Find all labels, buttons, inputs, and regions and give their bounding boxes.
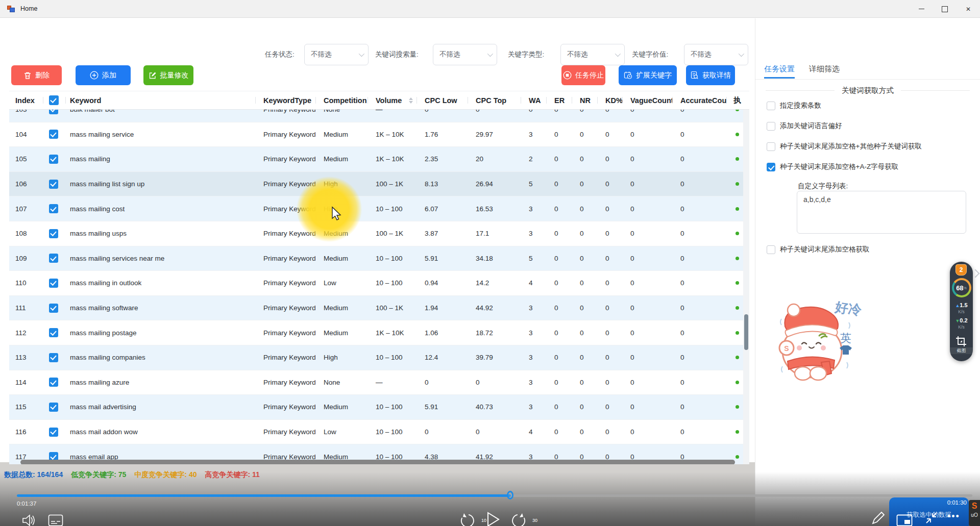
mini-player-icon[interactable] [896, 514, 913, 526]
skip-forward-30-button[interactable]: 30 [510, 513, 527, 526]
svg-text:好冷: 好冷 [833, 299, 863, 318]
row-checkbox[interactable] [49, 180, 58, 189]
header-wa[interactable]: WA [521, 91, 546, 109]
keyword-type-select[interactable]: 不筛选 [560, 44, 625, 65]
row-checkbox[interactable] [49, 378, 58, 387]
row-checkbox[interactable] [49, 304, 58, 313]
header-keyword-type[interactable]: KeywordType [255, 91, 315, 109]
option-space-suffix[interactable]: 种子关键词末尾添加空格获取 [767, 245, 870, 254]
checkbox-checked-icon[interactable] [767, 163, 775, 171]
play-button[interactable] [486, 511, 500, 526]
header-cpc-low[interactable]: CPC Low [416, 91, 468, 109]
table-row[interactable]: 112 mass mailing postage Primary Keyword… [9, 320, 749, 345]
table-row[interactable]: 115 mass mail advertising Primary Keywor… [9, 395, 749, 420]
sort-icon[interactable] [409, 97, 413, 104]
close-button[interactable]: ✕ [957, 0, 980, 18]
table-row[interactable]: 108 mass mailing usps Primary Keyword Me… [9, 221, 749, 246]
option-space-plus-other-seeds[interactable]: 种子关键词末尾添加空格+其他种子关键词获取 [767, 142, 922, 151]
status-items: 数据总数: 164/164 低竞争关键字: 75 中度竞争关键字: 40 高竞争… [4, 470, 260, 480]
svg-text:S: S [784, 344, 789, 353]
status-dot-icon [736, 157, 739, 161]
header-accurate-count[interactable]: AccurateCount [672, 91, 726, 109]
exit-fullscreen-icon[interactable] [925, 511, 938, 524]
status-dot-icon [736, 182, 739, 186]
annotate-pencil-icon[interactable] [871, 510, 886, 525]
row-checkbox[interactable] [49, 403, 58, 412]
header-select-all-checkbox[interactable] [43, 91, 65, 109]
checkbox-icon[interactable] [767, 122, 775, 131]
option-language-preference[interactable]: 添加关键词语言偏好 [767, 121, 842, 131]
keyword-value-select[interactable]: 不筛选 [684, 44, 748, 65]
table-row[interactable]: 110 mass mailing in outlook Primary Keyw… [9, 271, 749, 296]
get-details-button[interactable]: 获取详情 [686, 65, 735, 85]
usage-gauge[interactable]: 68% [952, 278, 971, 297]
seek-bar[interactable] [17, 494, 972, 497]
ime-mascot-sticker: S 好冷 英 [772, 291, 867, 383]
table-row[interactable]: 105 mass mailing Primary Keyword Medium … [9, 147, 749, 172]
table-row[interactable]: 107 mass mailing cost Primary Keyword Hi… [9, 196, 749, 221]
checkbox-icon[interactable] [767, 245, 775, 254]
skip-back-10-button[interactable]: 10 [459, 513, 476, 526]
volume-icon[interactable] [21, 513, 35, 526]
checkbox-icon[interactable] [767, 142, 775, 151]
row-checkbox[interactable] [49, 204, 58, 213]
header-partial-column[interactable]: 执 [726, 91, 742, 109]
option-space-plus-az-letters[interactable]: 种子关键词末尾添加空格+A-Z字母获取 [767, 162, 898, 171]
tab-task-settings[interactable]: 任务设置 [764, 64, 795, 74]
header-competition[interactable]: Competition [315, 91, 368, 109]
status-total: 数据总数: 164/164 [4, 470, 63, 480]
horizontal-scrollbar-thumb[interactable] [20, 460, 735, 464]
delete-button[interactable]: 删除 [11, 65, 62, 85]
search-volume-select[interactable]: 不筛选 [433, 44, 497, 65]
minimize-button[interactable] [910, 0, 933, 18]
option-specify-search-count[interactable]: 指定搜索条数 [767, 101, 821, 110]
table-row[interactable]: 104 mass mailing service Primary Keyword… [9, 122, 749, 147]
ime-indicator[interactable]: S uO [969, 500, 980, 526]
add-button[interactable]: 添加 [76, 65, 131, 85]
filter-label-task-status: 任务状态: [265, 50, 295, 59]
custom-letters-input[interactable]: a,b,c,d,e [797, 191, 966, 234]
row-checkbox[interactable] [49, 254, 58, 263]
row-checkbox[interactable] [49, 155, 58, 164]
screenshot-crop-icon[interactable] [955, 336, 967, 347]
vertical-scrollbar-track[interactable] [743, 110, 749, 464]
header-vague-count[interactable]: VagueCount [622, 91, 672, 109]
widget-collapse-chevron[interactable] [972, 269, 978, 280]
row-checkbox[interactable] [49, 130, 58, 139]
header-kd[interactable]: KD% [597, 91, 622, 109]
table-row[interactable]: 114 mass mailing azure Primary Keyword N… [9, 370, 749, 395]
expand-keywords-button[interactable]: 扩展关键字 [619, 65, 677, 85]
header-volume[interactable]: Volume [368, 91, 416, 109]
system-monitor-widget[interactable]: 2 68% ▲1.5K/s ▼0.2K/s 截图 [950, 262, 973, 361]
checkbox-icon[interactable] [767, 102, 775, 110]
table-row[interactable]: 113 mass mailing companies Primary Keywo… [9, 345, 749, 370]
seek-thumb[interactable] [507, 491, 513, 499]
vertical-scrollbar-thumb[interactable] [744, 314, 748, 350]
stop-task-button[interactable]: 任务停止 [561, 65, 605, 85]
checkbox-checked-icon[interactable] [49, 95, 59, 105]
security-badge[interactable]: 2 [955, 264, 967, 275]
header-keyword[interactable]: Keyword [65, 91, 255, 109]
row-checkbox[interactable] [49, 428, 58, 437]
task-status-select[interactable]: 不筛选 [304, 44, 369, 65]
tab-detailed-filter[interactable]: 详细筛选 [809, 64, 840, 74]
batch-edit-button[interactable]: 批量修改 [143, 65, 193, 85]
table-row[interactable]: 106 mass mailing list sign up Primary Ke… [9, 172, 749, 197]
row-checkbox[interactable] [49, 353, 58, 362]
download-speed: ▼0.2K/s [950, 318, 973, 330]
row-checkbox[interactable] [49, 279, 58, 288]
table-row[interactable]: 116 mass mail addon wow Primary Keyword … [9, 420, 749, 445]
header-er[interactable]: ER [546, 91, 572, 109]
header-cpc-top[interactable]: CPC Top [468, 91, 521, 109]
more-options-button[interactable]: ••• [947, 511, 960, 522]
header-nr[interactable]: NR [572, 91, 597, 109]
table-row[interactable]: 109 mass mailing services near me Primar… [9, 246, 749, 271]
row-checkbox[interactable] [49, 229, 58, 238]
status-dot-icon [736, 232, 739, 235]
title-bar: Home ✕ [0, 0, 980, 18]
row-checkbox[interactable] [49, 328, 58, 337]
subtitles-icon[interactable] [48, 514, 63, 526]
table-row[interactable]: 111 mass mailing software Primary Keywor… [9, 296, 749, 321]
header-index[interactable]: Index [9, 91, 43, 109]
maximize-button[interactable] [933, 0, 957, 18]
